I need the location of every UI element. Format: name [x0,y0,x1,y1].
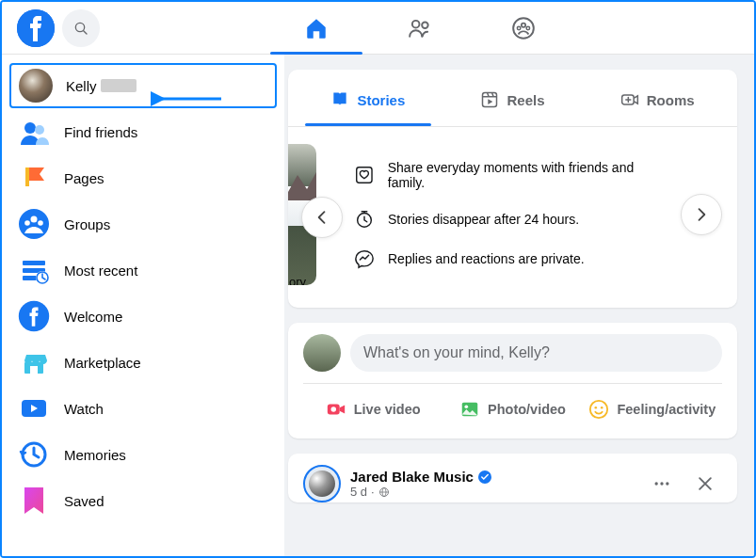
marketplace-icon [17,345,51,379]
post-avatar[interactable] [303,465,341,502]
stories-body: ory Share everyday moments with friends … [288,127,737,308]
verified-badge-icon [478,470,491,484]
sidebar-item-label: Saved [64,493,105,509]
stories-icon [330,90,349,109]
avatar[interactable] [303,334,341,372]
tab-reels[interactable]: Reels [441,73,586,126]
photo-icon [459,399,480,420]
svg-point-3 [411,20,419,27]
svg-point-42 [601,407,603,409]
svg-point-41 [595,407,598,409]
svg-point-37 [330,407,336,412]
nav-friends[interactable] [368,2,472,55]
svg-point-10 [24,122,36,134]
sidebar-item-most-recent[interactable]: Most recent [9,247,277,293]
chevron-right-icon [692,205,711,224]
svg-point-5 [513,18,534,39]
moments-icon [354,165,375,185]
sidebar-item-pages[interactable]: Pages [9,155,277,200]
search-icon [73,21,88,36]
nav-home[interactable] [265,2,368,55]
sidebar-item-groups[interactable]: Groups [9,201,277,247]
sidebar-item-saved[interactable]: Saved [9,478,277,523]
stories-info: Share everyday moments with friends and … [326,160,671,269]
sidebar-profile[interactable]: Kelly [9,63,277,108]
watch-icon [17,391,51,425]
bullet-text: Share everyday moments with friends and … [388,160,671,190]
svg-point-4 [422,22,428,28]
tab-stories[interactable]: Stories [296,73,441,126]
sidebar-item-label: Pages [64,170,105,186]
sidebar-item-marketplace[interactable]: Marketplace [9,340,277,385]
photo-video-button[interactable]: Photo/video [442,391,582,427]
friends-icon [408,16,432,40]
svg-rect-17 [23,261,45,265]
stories-tabs: Stories Reels Rooms [288,70,737,127]
sidebar-item-memories[interactable]: Memories [9,432,277,477]
content-area: Kelly Find friends Pages Groups Most rec… [2,55,754,556]
pages-icon [17,161,51,195]
sidebar-item-label: Marketplace [64,355,141,371]
svg-point-11 [35,125,44,135]
find-friends-icon [17,115,51,149]
feeling-icon [588,399,609,420]
action-label: Feeling/activity [617,402,716,417]
dots-icon [652,474,671,493]
reels-icon [480,90,499,109]
groups-icon [17,207,51,241]
svg-point-7 [517,26,520,29]
svg-point-48 [666,482,668,485]
messenger-icon [354,248,375,269]
feeling-button[interactable]: Feeling/activity [583,391,722,427]
svg-point-15 [24,220,30,226]
sidebar-item-label: Welcome [64,309,122,325]
separator: · [371,485,375,499]
svg-point-39 [465,405,469,408]
close-icon [696,474,715,493]
sidebar-item-welcome[interactable]: Welcome [9,294,277,339]
tab-label: Reels [507,92,544,108]
tab-label: Stories [357,92,405,108]
svg-line-2 [84,30,87,33]
composer-card: What's on your mind, Kelly? Live video P… [288,323,737,438]
most-recent-icon [17,253,51,287]
composer-input[interactable]: What's on your mind, Kelly? [350,334,722,372]
svg-rect-12 [25,167,29,186]
post-menu-button[interactable] [645,467,679,501]
sidebar-item-label: Memories [64,447,126,463]
welcome-icon [17,299,51,333]
post-time: 5 d [350,485,367,499]
story-caption: ory [288,275,316,285]
sidebar-item-watch[interactable]: Watch [9,386,277,431]
rooms-icon [620,90,639,109]
post-author[interactable]: Jared Blake Music [350,469,474,485]
svg-point-46 [655,482,658,485]
nav-groups[interactable] [472,2,575,55]
post-close-button[interactable] [688,467,722,501]
stories-prev-button[interactable] [301,197,343,238]
sidebar-item-find-friends[interactable]: Find friends [9,109,277,154]
composer-top: What's on your mind, Kelly? [303,334,722,384]
bullet-text: Replies and reactions are private. [388,251,585,266]
live-video-button[interactable]: Live video [303,391,442,427]
stories-next-button[interactable] [681,194,722,235]
globe-icon [378,486,390,498]
redacted-text [101,79,137,92]
svg-rect-27 [483,93,497,107]
svg-point-16 [38,220,43,226]
sidebar-item-label: Most recent [64,263,137,279]
svg-rect-24 [30,366,38,374]
tab-rooms[interactable]: Rooms [585,73,730,126]
svg-point-13 [19,209,49,239]
action-label: Photo/video [488,402,566,417]
facebook-logo[interactable] [17,9,55,47]
memories-icon [17,438,51,471]
nav-center [100,2,739,55]
saved-icon [17,484,51,518]
sidebar-item-label: Find friends [64,124,137,140]
action-label: Live video [354,402,421,417]
feed-post: Jared Blake Music 5 d · [288,454,737,502]
top-header [2,2,754,55]
main-feed: Stories Reels Rooms ory [284,55,754,556]
search-button[interactable] [62,9,100,47]
